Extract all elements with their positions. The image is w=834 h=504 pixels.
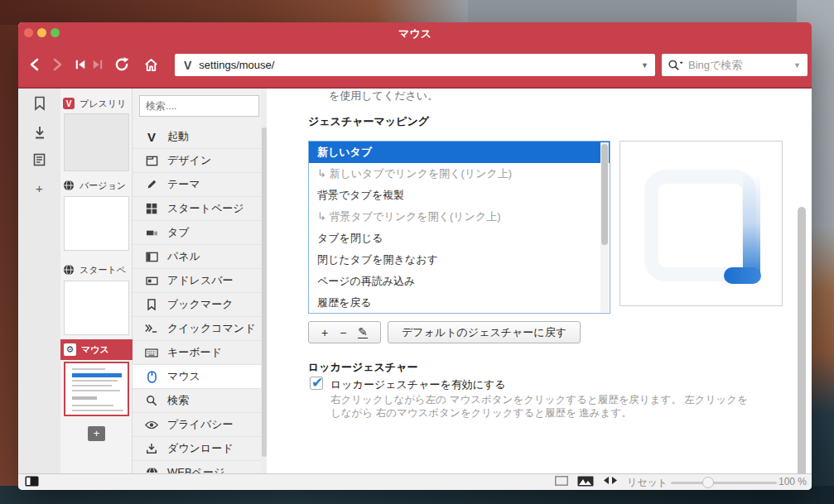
edit-gesture-button[interactable]: ✎ — [358, 327, 368, 338]
address-input[interactable]: settings/mouse/ — [199, 59, 641, 71]
settings-search-input[interactable] — [139, 95, 259, 117]
panel-item-label: マウス — [81, 343, 109, 356]
search-field[interactable]: Bingで検索 ▼ — [662, 54, 807, 76]
settings-nav-appearance[interactable]: デザイン — [133, 149, 261, 173]
page-actions-button[interactable] — [555, 476, 568, 486]
settings-content: を使用してください。 ジェスチャーマッピング 新しいタブ ↳ 新しいタブでリンク… — [267, 89, 812, 473]
web-panel-item[interactable]: バージョン — [63, 178, 131, 193]
search-engine-icon[interactable] — [668, 59, 684, 71]
downloads-panel-button[interactable] — [18, 123, 60, 143]
bookmarks-panel-button[interactable] — [18, 94, 60, 113]
gesture-list-item[interactable]: 新しいタブ — [309, 142, 610, 163]
settings-nav-themes[interactable]: テーマ — [133, 173, 261, 197]
home-button[interactable] — [141, 55, 161, 74]
search-input[interactable]: Bingで検索 — [688, 58, 793, 73]
web-panel-column: V プレスリリ バージョン スタートペ ⚙ マウス — [60, 89, 133, 473]
rewind-icon — [79, 60, 84, 70]
scrollbar-thumb[interactable] — [798, 207, 806, 473]
vivaldi-page-icon: V — [184, 59, 191, 72]
settings-nav-search[interactable]: 検索 — [133, 389, 261, 413]
frame-icon — [555, 476, 568, 486]
panel-thumbnail[interactable] — [64, 196, 129, 251]
panel-item-label: バージョン — [80, 180, 126, 192]
main-area: + ⚙ V プレスリリ バージョン スタートペ — [18, 89, 812, 473]
settings-nav-panel[interactable]: パネル — [133, 245, 261, 269]
browser-window: マウス V settings/mouse/ ▼ — [18, 22, 812, 490]
checkmark-icon: ✔ — [311, 374, 323, 391]
toggle-images-button[interactable] — [577, 476, 594, 487]
notes-panel-button[interactable] — [18, 150, 60, 170]
fast-forward-icon — [94, 60, 99, 70]
home-icon — [145, 59, 156, 70]
bookmark-icon — [33, 96, 46, 111]
zoom-reset-button[interactable]: リセット — [627, 476, 668, 490]
panel-thumbnail[interactable] — [64, 113, 129, 171]
settings-nav-addressbar[interactable]: アドレスバー — [133, 269, 261, 293]
arrows-icon — [603, 476, 618, 485]
globe-icon — [63, 180, 75, 191]
rocker-enable-checkbox[interactable]: ✔ — [310, 377, 323, 390]
addressbar-icon — [145, 274, 158, 287]
add-panel-button[interactable]: + — [18, 178, 60, 198]
panel-toggle-button[interactable] — [25, 476, 39, 487]
gesture-list[interactable]: 新しいタブ ↳ 新しいタブでリンクを開く(リンク上) 背景でタブを複製 ↳ 背景… — [308, 141, 610, 314]
scrollbar-thumb[interactable] — [262, 127, 267, 457]
settings-nav-keyboard[interactable]: キーボード — [133, 341, 261, 365]
add-gesture-button[interactable]: + — [321, 326, 328, 339]
gear-icon: ⚙ — [64, 343, 76, 356]
settings-nav-downloads[interactable]: ダウンロード — [133, 437, 261, 461]
web-panel-item-selected[interactable]: ⚙ マウス — [60, 339, 133, 360]
gesture-list-item[interactable]: ↳ 背景タブでリンクを開く(リンク上) — [309, 206, 610, 228]
panel-icon — [145, 250, 158, 263]
zoom-slider-thumb[interactable] — [702, 477, 714, 488]
settings-nav-startpage[interactable]: スタートページ — [133, 197, 261, 221]
fast-forward-button[interactable] — [88, 55, 108, 74]
settings-nav: V 起動 デザイン テーマ スタートページ タブ パネル — [133, 89, 267, 473]
gesture-list-item[interactable]: ページの再読み込み — [309, 271, 610, 292]
design-icon — [145, 154, 158, 167]
settings-nav-startup[interactable]: V 起動 — [133, 125, 261, 149]
settings-nav-privacy[interactable]: プライバシー — [133, 413, 261, 437]
add-web-panel-button[interactable]: + — [88, 426, 105, 441]
gesture-list-scrollbar[interactable] — [600, 142, 609, 312]
remove-gesture-button[interactable]: − — [340, 326, 346, 339]
search-dropdown-icon[interactable]: ▼ — [793, 61, 801, 70]
notes-icon — [33, 153, 46, 166]
gesture-trail-faint — [644, 170, 756, 281]
settings-nav-tabs[interactable]: タブ — [133, 221, 261, 245]
content-scrollbar[interactable] — [798, 141, 807, 473]
tabs-icon — [145, 226, 158, 239]
tiling-button[interactable] — [603, 476, 618, 485]
address-bar[interactable]: V settings/mouse/ ▼ — [175, 54, 655, 76]
rocker-enable-label[interactable]: ロッカージェスチャーを有効にする — [330, 377, 506, 392]
scrollbar-thumb[interactable] — [601, 144, 608, 245]
settings-nav-bookmarks[interactable]: ブックマーク — [133, 293, 261, 317]
web-panel-item[interactable]: スタートペ — [63, 262, 131, 277]
theme-pen-icon — [145, 178, 158, 191]
gesture-list-item[interactable]: ↳ 新しいタブでリンクを開く(リンク上) — [309, 163, 610, 185]
plus-icon: + — [36, 181, 43, 195]
title-bar[interactable]: マウス — [18, 22, 812, 43]
grid-icon — [145, 202, 158, 215]
zoom-slider[interactable] — [671, 482, 777, 484]
restore-default-gestures-button[interactable]: デフォルトのジェスチャーに戻す — [388, 321, 581, 343]
settings-nav-quickcommands[interactable]: クイックコマンド — [133, 317, 261, 341]
gesture-list-item[interactable]: タブを閉じる — [309, 228, 610, 249]
address-dropdown-icon[interactable]: ▼ — [641, 61, 648, 70]
gesture-list-item[interactable]: 背景でタブを複製 — [309, 185, 610, 206]
mouse-settings-thumbnail[interactable] — [64, 362, 129, 416]
gesture-list-item[interactable]: 閉じたタブを開きなおす — [309, 249, 610, 271]
wallpaper-rock-top — [0, 0, 468, 25]
rocker-gesture-heading: ロッカージェスチャー — [308, 360, 417, 375]
gesture-list-item[interactable]: 履歴を戻る — [309, 292, 610, 314]
forward-button[interactable] — [47, 55, 67, 74]
back-button[interactable] — [25, 55, 45, 74]
reload-button[interactable] — [112, 55, 132, 74]
web-panel-item[interactable]: V プレスリリ — [63, 96, 131, 111]
back-icon — [31, 60, 37, 70]
panel-thumbnail[interactable] — [64, 281, 129, 335]
settings-nav-mouse[interactable]: マウス — [133, 365, 261, 389]
settings-nav-scrollbar[interactable] — [261, 89, 267, 473]
gesture-trail-endpoint — [724, 267, 761, 284]
rocker-enable-row: ✔ ロッカージェスチャーを有効にする — [310, 377, 506, 392]
